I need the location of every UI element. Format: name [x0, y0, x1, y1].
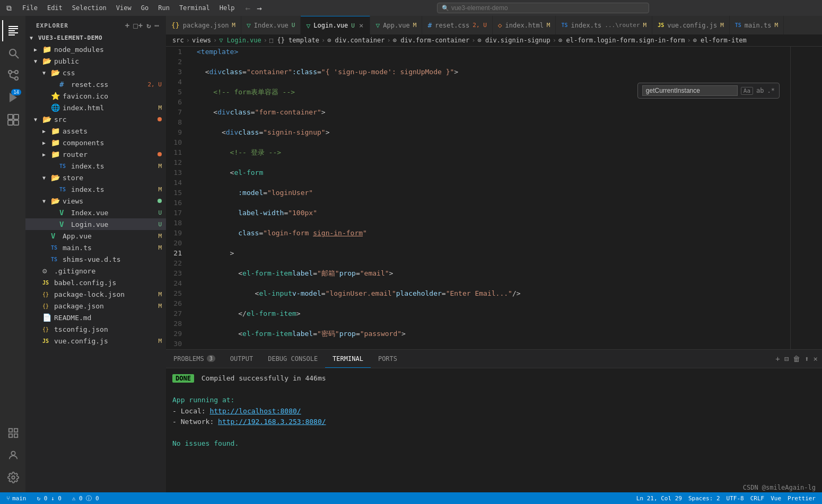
- menu-run[interactable]: Run: [154, 3, 174, 13]
- sidebar-item-src[interactable]: ▼ 📂 src: [25, 113, 166, 125]
- panel-maximize-icon[interactable]: ⬆: [804, 355, 809, 363]
- activity-extensions[interactable]: [2, 109, 23, 130]
- find-regex[interactable]: .*: [767, 87, 775, 94]
- menu-file[interactable]: File: [18, 3, 42, 13]
- tab-package-json[interactable]: {} package.json M: [166, 16, 241, 34]
- window-controls[interactable]: ⧉: [4, 3, 14, 14]
- sidebar-item-app-vue[interactable]: V App.vue M: [25, 230, 166, 242]
- sidebar-item-readme[interactable]: 📄 README.md: [25, 312, 166, 323]
- status-problems[interactable]: ⚠ 0 ⓘ 0: [70, 494, 101, 502]
- status-language[interactable]: Vue: [768, 495, 783, 502]
- activity-search[interactable]: [2, 42, 23, 64]
- status-line-ending[interactable]: CRLF: [748, 495, 767, 502]
- sidebar-item-router[interactable]: ▶ 📁 router: [25, 148, 166, 160]
- activity-source-control[interactable]: [2, 65, 23, 86]
- panel-right-icons[interactable]: + ⊟ 🗑 ⬆ ×: [775, 350, 822, 368]
- sidebar-item-css[interactable]: ▼ 📂 css: [25, 67, 166, 78]
- find-match-case[interactable]: Aa: [741, 87, 753, 95]
- activity-settings[interactable]: [2, 467, 23, 488]
- panel-split-icon[interactable]: ⊟: [784, 355, 789, 363]
- status-spaces[interactable]: Spaces: 2: [686, 495, 722, 502]
- status-sync[interactable]: ↻ 0 ↓ 0: [35, 495, 64, 502]
- find-input[interactable]: [642, 85, 738, 96]
- sidebar-item-vue-config[interactable]: JS vue.config.js M: [25, 335, 166, 347]
- status-line-col[interactable]: Ln 21, Col 29: [634, 495, 684, 502]
- menu-terminal[interactable]: Terminal: [175, 3, 214, 13]
- sidebar-item-node-modules[interactable]: ▶ 📁 node_modules: [25, 43, 166, 55]
- sidebar-item-router-index[interactable]: TS index.ts M: [25, 160, 166, 172]
- breadcrumb-login-vue[interactable]: ▽ Login.vue: [219, 37, 261, 44]
- sidebar-item-main-ts[interactable]: TS main.ts M: [25, 242, 166, 253]
- sidebar-item-views[interactable]: ▼ 📂 views: [25, 195, 166, 207]
- tab-reset-css[interactable]: # reset.css 2, U: [422, 16, 492, 34]
- status-encoding[interactable]: UTF-8: [724, 495, 746, 502]
- search-bar[interactable]: 🔍: [268, 3, 818, 13]
- breadcrumb-el-form-item[interactable]: ⊙ el-form-item: [693, 37, 747, 44]
- collapse-icon[interactable]: ⋯: [155, 21, 160, 30]
- sidebar-item-package-json[interactable]: {} package.json M: [25, 300, 166, 312]
- refresh-icon[interactable]: ↻: [146, 21, 151, 30]
- activity-account[interactable]: [2, 445, 23, 466]
- sidebar-item-package-lock[interactable]: {} package-lock.json M: [25, 288, 166, 300]
- sidebar-item-login-vue[interactable]: V Login.vue U: [25, 218, 166, 230]
- panel-tab-output[interactable]: OUTPUT: [223, 350, 260, 368]
- sidebar-item-gitignore[interactable]: ⚙ .gitignore: [25, 265, 166, 277]
- sidebar-item-components[interactable]: ▶ 📁 components: [25, 137, 166, 148]
- sidebar-item-babel[interactable]: JS babel.config.js: [25, 277, 166, 288]
- nav-forward[interactable]: →: [255, 3, 264, 13]
- sidebar-project-root[interactable]: ▼ VUE3-ELEMENT-DEMO: [25, 32, 166, 43]
- tab-index-vue[interactable]: ▽ Index.vue U: [241, 16, 301, 34]
- status-branch[interactable]: ⑂ main: [4, 495, 29, 502]
- panel-tab-debug[interactable]: DEBUG CONSOLE: [260, 350, 325, 368]
- breadcrumb-signin-signup[interactable]: ⊙ div.signin-signup: [478, 37, 550, 44]
- local-link[interactable]: http://localhost:8080/: [209, 407, 301, 415]
- sidebar-item-shims[interactable]: TS shims-vue.d.ts: [25, 253, 166, 265]
- activity-run-debug[interactable]: 14: [2, 87, 23, 108]
- nav-back[interactable]: ←: [243, 3, 253, 13]
- activity-explorer[interactable]: [2, 20, 23, 41]
- sidebar-item-favicon[interactable]: ⭐ favicon.ico: [25, 90, 166, 102]
- network-link[interactable]: http://192.168.3.253:8080/: [218, 418, 326, 426]
- activity-remote[interactable]: [2, 422, 23, 444]
- sidebar-item-public[interactable]: ▼ 📂 public: [25, 55, 166, 67]
- panel-kill-icon[interactable]: 🗑: [793, 355, 800, 363]
- nav-arrows[interactable]: ← →: [243, 3, 264, 13]
- find-whole-word[interactable]: ab: [756, 87, 764, 94]
- tab-index-ts-router[interactable]: TS index.ts ...\router M: [556, 16, 652, 34]
- sidebar-header-icons[interactable]: + □+ ↻ ⋯: [125, 21, 160, 30]
- tab-index-html[interactable]: ◇ index.html M: [493, 16, 556, 34]
- sidebar-item-tsconfig[interactable]: {} tsconfig.json: [25, 323, 166, 335]
- panel-new-terminal-icon[interactable]: +: [775, 355, 780, 363]
- menu-view[interactable]: View: [112, 3, 136, 13]
- breadcrumb-form-container[interactable]: ⊙ div.form-container: [393, 37, 470, 44]
- status-prettier[interactable]: Prettier: [785, 495, 818, 502]
- tab-vue-config[interactable]: JS vue.config.js M: [652, 16, 730, 34]
- breadcrumb-el-form[interactable]: ⊙ el-form.login-form.sign-in-form: [558, 37, 685, 44]
- sidebar-item-assets[interactable]: ▶ 📁 assets: [25, 125, 166, 137]
- terminal-content[interactable]: DONE Compiled successfully in 446ms App …: [166, 368, 822, 492]
- sidebar-item-store[interactable]: ▼ 📂 store: [25, 172, 166, 183]
- menu-selection[interactable]: Selection: [68, 3, 111, 13]
- tab-close-login-vue[interactable]: ×: [358, 22, 364, 29]
- menu-go[interactable]: Go: [137, 3, 153, 13]
- sidebar-item-index-html[interactable]: 🌐 index.html M: [25, 102, 166, 113]
- panel-close-icon[interactable]: ×: [814, 355, 818, 363]
- new-file-icon[interactable]: +: [125, 21, 130, 30]
- new-folder-icon[interactable]: □+: [133, 21, 143, 30]
- breadcrumb-src[interactable]: src: [172, 37, 184, 44]
- search-input[interactable]: [451, 4, 610, 12]
- panel-tab-terminal[interactable]: TERMINAL: [325, 350, 371, 368]
- sidebar-item-reset-css[interactable]: # reset.css 2, U: [25, 78, 166, 90]
- menu-bar[interactable]: File Edit Selection View Go Run Terminal…: [18, 3, 239, 13]
- breadcrumb-template[interactable]: ⬚ {} template: [269, 37, 319, 44]
- panel-tab-problems[interactable]: PROBLEMS 3: [166, 350, 223, 368]
- tab-main-ts[interactable]: TS main.ts M: [730, 16, 784, 34]
- sidebar-item-store-index[interactable]: TS index.ts M: [25, 183, 166, 195]
- menu-edit[interactable]: Edit: [43, 3, 67, 13]
- tab-login-vue[interactable]: ▽ Login.vue U ×: [301, 16, 370, 34]
- panel-tab-ports[interactable]: PORTS: [371, 350, 405, 368]
- tab-app-vue[interactable]: ▽ App.vue M: [370, 16, 422, 34]
- menu-help[interactable]: Help: [215, 3, 239, 13]
- sidebar-item-index-vue[interactable]: V Index.vue U: [25, 207, 166, 218]
- sidebar-content[interactable]: ▼ VUE3-ELEMENT-DEMO ▶ 📁 node_modules ▼ 📂…: [25, 32, 166, 492]
